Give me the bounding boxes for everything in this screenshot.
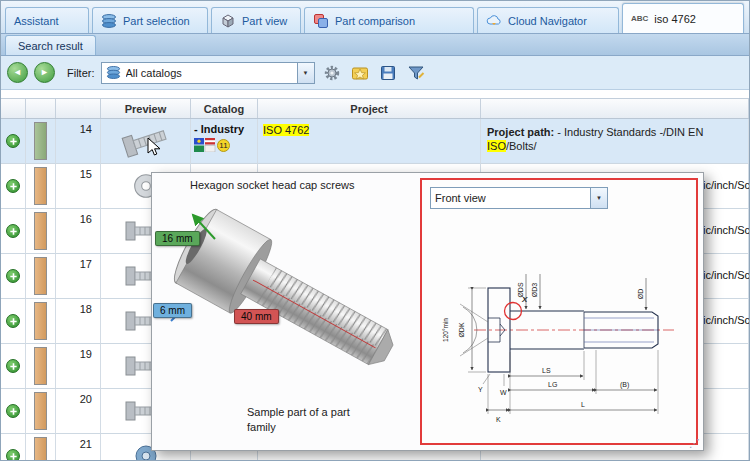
svg-text:W: W bbox=[500, 389, 507, 396]
front-view-panel: Front view ▼ bbox=[420, 178, 698, 445]
funnel-icon bbox=[407, 64, 425, 82]
filter-label: Filter: bbox=[67, 67, 95, 79]
header-expand bbox=[1, 99, 26, 118]
tab-label: Part selection bbox=[123, 15, 190, 27]
result-tab-bar: Search result bbox=[1, 34, 749, 56]
caption-line1: Sample part of a part bbox=[247, 405, 407, 420]
svg-text:K: K bbox=[496, 416, 501, 423]
chevron-down-icon: ▼ bbox=[596, 195, 602, 201]
row-number: 18 bbox=[56, 299, 101, 344]
tab-search-result[interactable]: Search result bbox=[5, 35, 96, 55]
project-path-post: /Bolts/ bbox=[506, 140, 537, 152]
tab-part-view[interactable]: Part view bbox=[211, 7, 301, 33]
project-cell[interactable]: ISO 4762 bbox=[258, 119, 481, 164]
header-catalog[interactable]: Catalog bbox=[191, 99, 258, 118]
filter-value: All catalogs bbox=[126, 67, 182, 79]
material-swatch bbox=[34, 122, 47, 160]
expand-button[interactable] bbox=[6, 404, 20, 418]
abc-search-icon: ABC bbox=[631, 15, 648, 23]
tab-cloud-navigator[interactable]: Cloud Navigator bbox=[477, 7, 619, 33]
detail-fragment: ic/inch/Scre bbox=[703, 224, 749, 236]
back-button[interactable]: ◄ bbox=[7, 62, 28, 83]
dropdown-button[interactable]: ▼ bbox=[590, 188, 607, 208]
popup-caption: Sample part of a part family bbox=[247, 405, 407, 435]
material-swatch bbox=[34, 167, 47, 205]
tab-label: Part comparison bbox=[335, 15, 415, 27]
favorites-button[interactable] bbox=[349, 62, 371, 84]
tab-label: Part view bbox=[242, 15, 287, 27]
main-tab-bar: Assistant Part selection Part view Part … bbox=[1, 1, 749, 34]
header-swatch bbox=[26, 99, 56, 118]
svg-text:LG: LG bbox=[548, 381, 557, 388]
material-swatch bbox=[34, 302, 47, 340]
flags-icon bbox=[194, 138, 216, 152]
material-swatch bbox=[34, 347, 47, 385]
application-window: Assistant Part selection Part view Part … bbox=[0, 0, 750, 461]
part-preview[interactable] bbox=[101, 119, 191, 164]
expand-button[interactable] bbox=[6, 359, 20, 373]
project-path-label: Project path: bbox=[487, 126, 554, 138]
tab-part-comparison[interactable]: Part comparison bbox=[304, 7, 474, 33]
forward-button[interactable]: ► bbox=[34, 62, 55, 83]
svg-text:(B): (B) bbox=[620, 381, 629, 389]
expand-button[interactable] bbox=[6, 134, 20, 148]
header-preview[interactable]: Preview bbox=[101, 99, 191, 118]
tab-part-selection[interactable]: Part selection bbox=[92, 7, 208, 33]
header-project[interactable]: Project bbox=[258, 99, 481, 118]
row-number: 20 bbox=[56, 389, 101, 434]
row-number: 16 bbox=[56, 209, 101, 254]
dropdown-button[interactable]: ▼ bbox=[297, 63, 314, 83]
count-badge: 11 bbox=[217, 139, 230, 152]
mouse-cursor bbox=[147, 137, 161, 157]
detail-fragment: ic/inch/Scre bbox=[703, 179, 749, 191]
project-path-pre: - Industry Standards -/DIN EN bbox=[557, 126, 703, 138]
popup-title: Hexagon socket head cap screws bbox=[190, 179, 354, 191]
svg-text:ØDS: ØDS bbox=[517, 282, 524, 298]
cube-icon bbox=[220, 13, 236, 29]
row-number: 17 bbox=[56, 254, 101, 299]
chevron-right-icon: ► bbox=[40, 68, 49, 77]
expand-button[interactable] bbox=[6, 224, 20, 238]
dimension-badge-length40: 40 mm bbox=[234, 309, 279, 324]
catalog-cell[interactable]: - Industry 11 bbox=[191, 119, 258, 164]
expand-button[interactable] bbox=[6, 314, 20, 328]
tab-assistant[interactable]: Assistant bbox=[5, 7, 89, 33]
detail-fragment: ic/inch/Scre bbox=[703, 269, 749, 281]
svg-text:L: L bbox=[581, 401, 585, 408]
save-disk-icon bbox=[379, 64, 397, 82]
resize-grip-icon[interactable]: ⋰ bbox=[689, 437, 700, 450]
detail-fragment: ic/inch/Scre bbox=[703, 314, 749, 326]
part-preview-popup: Hexagon socket head cap screws bbox=[151, 172, 704, 451]
tab-search-iso4762[interactable]: ABC iso 4762 bbox=[622, 3, 744, 33]
expand-button[interactable] bbox=[6, 269, 20, 283]
filter-edit-button[interactable] bbox=[405, 62, 427, 84]
dimension-badge-diameter6: 6 mm bbox=[153, 303, 192, 318]
catalog-filter-select[interactable]: All catalogs ▼ bbox=[101, 62, 315, 84]
dimension-badge-length16: 16 mm bbox=[155, 231, 200, 246]
screw-thumbnail-icon bbox=[118, 119, 173, 162]
chevron-down-icon: ▼ bbox=[303, 70, 309, 76]
tab-label: iso 4762 bbox=[654, 13, 696, 25]
material-swatch bbox=[34, 212, 47, 250]
gear-icon bbox=[323, 64, 341, 82]
settings-gear-button[interactable] bbox=[321, 62, 343, 84]
catalog-stack-icon bbox=[101, 13, 117, 29]
expand-button[interactable] bbox=[6, 179, 20, 193]
part-3d-view[interactable] bbox=[157, 195, 417, 410]
table-row[interactable]: 14 - Industry 11 ISO 4762 bbox=[1, 119, 749, 164]
tab-label: Assistant bbox=[14, 15, 59, 27]
row-number: 21 bbox=[56, 434, 101, 460]
view-select-value: Front view bbox=[435, 192, 486, 204]
table-header: Preview Catalog Project bbox=[1, 98, 749, 119]
tab-label: Cloud Navigator bbox=[508, 15, 587, 27]
material-swatch bbox=[34, 392, 47, 430]
export-button[interactable] bbox=[377, 62, 399, 84]
cloud-icon bbox=[486, 13, 502, 29]
star-folder-icon bbox=[351, 64, 369, 82]
expand-button[interactable] bbox=[6, 449, 20, 460]
view-select[interactable]: Front view ▼ bbox=[430, 187, 608, 209]
row-number: 14 bbox=[56, 119, 101, 164]
catalog-name: - Industry bbox=[194, 123, 254, 135]
svg-text:ØD: ØD bbox=[637, 289, 644, 300]
row-number: 15 bbox=[56, 164, 101, 209]
